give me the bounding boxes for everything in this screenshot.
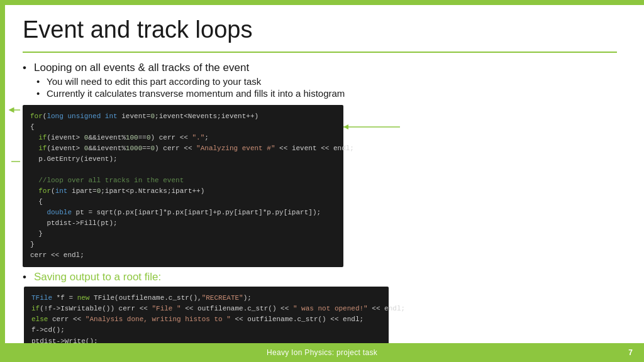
- sub-bullet-2: Currently it calculates transverse momen…: [34, 88, 629, 99]
- code-block-1: for(long unsigned int ievent=0;ievent<Ne…: [23, 105, 343, 268]
- svg-marker-3: [343, 124, 348, 129]
- title-underline: [23, 52, 617, 53]
- saving-bullet-container: Saving output to a root file:: [23, 271, 629, 283]
- left-border: [0, 5, 5, 343]
- code-annotation-container: for(long unsigned int ievent=0;ievent<Ne…: [23, 105, 629, 268]
- code1-wrapper: for(long unsigned int ievent=0;ievent<Ne…: [23, 105, 343, 268]
- bullet-item-1: Looping on all events & all tracks of th…: [23, 62, 629, 99]
- top-border: [0, 0, 644, 5]
- slide-footer: Heavy Ion Physics: project task 7: [0, 343, 644, 362]
- slide-title: Event and track loops: [23, 16, 629, 44]
- bullet-list: Looping on all events & all tracks of th…: [23, 62, 629, 99]
- annotation-arrow-svg: [343, 105, 444, 155]
- saving-bullet: Saving output to a root file:: [23, 271, 161, 283]
- sub-bullet-1: You will need to edit this part accordin…: [34, 76, 629, 87]
- slide-content: Event and track loops Looping on all eve…: [5, 5, 644, 343]
- page-number: 7: [628, 348, 633, 357]
- footer-label: Heavy Ion Physics: project task: [267, 348, 377, 357]
- arrows-svg: [9, 105, 23, 212]
